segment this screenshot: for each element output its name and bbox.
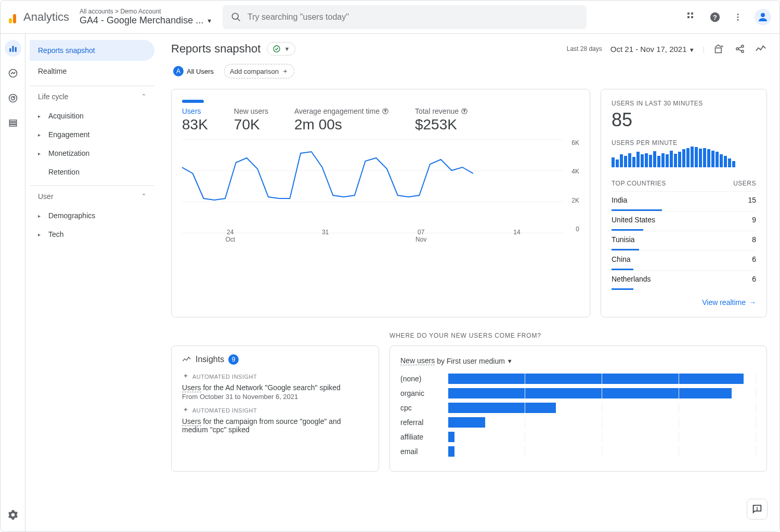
rail-configure[interactable] (5, 115, 21, 131)
realtime-card: USERS IN LAST 30 MINUTES 85 USERS PER MI… (601, 89, 767, 317)
search-input[interactable] (248, 12, 578, 22)
chevron-up-icon: ⌃ (141, 193, 146, 200)
apps-icon[interactable] (686, 11, 698, 23)
more-icon[interactable] (732, 11, 744, 23)
newusers-bar-chart: (none)organiccpcreferralaffiliateemail (400, 374, 756, 457)
rail-explore[interactable] (5, 65, 21, 82)
sidebar-item-acquisition[interactable]: ▸Acquisition (30, 107, 154, 125)
date-label: Last 28 days (567, 45, 602, 52)
app-header: Analytics All accounts > Demo Account GA… (1, 1, 779, 34)
add-comparison-button[interactable]: Add comparison＋ (224, 64, 294, 78)
chevron-down-icon: ▼ (284, 46, 290, 52)
nav-rail (1, 34, 25, 531)
svg-rect-5 (691, 16, 693, 18)
rail-advertising[interactable] (5, 90, 21, 107)
svg-line-27 (738, 47, 742, 48)
svg-rect-14 (15, 47, 16, 52)
customize-icon[interactable] (713, 43, 725, 55)
rail-reports[interactable] (5, 40, 21, 57)
svg-line-28 (738, 49, 742, 51)
sidebar-group-lifecycle[interactable]: Life cycle ⌃ (30, 86, 154, 107)
country-row: United States9 (612, 211, 756, 231)
avatar[interactable] (755, 9, 771, 25)
search-bar[interactable] (223, 5, 587, 29)
segment-chip[interactable]: AAll Users (171, 64, 219, 78)
verify-status[interactable]: ▼ (267, 42, 295, 56)
bar-row: email (400, 446, 756, 457)
logo[interactable]: Analytics (9, 10, 69, 24)
svg-rect-2 (687, 12, 690, 15)
bar-row: referral (400, 417, 756, 428)
property-name: GA4 - Google Merchandise ... (80, 15, 203, 26)
sidebar-group-user[interactable]: User ⌃ (30, 185, 154, 206)
share-icon[interactable] (734, 43, 746, 55)
svg-rect-19 (9, 120, 17, 122)
svg-rect-13 (12, 46, 14, 52)
metric-tab[interactable]: Average engagement time ?2m 00s (294, 107, 389, 133)
rail-admin[interactable] (5, 507, 21, 523)
metric-tab[interactable]: New users70K (234, 107, 268, 133)
svg-point-34 (757, 510, 758, 510)
sidebar-item-tech[interactable]: ▸Tech (30, 225, 154, 244)
country-row: India15 (612, 191, 756, 211)
svg-rect-3 (691, 12, 693, 15)
bar-row: organic (400, 388, 756, 398)
svg-rect-4 (687, 16, 690, 18)
insights-icon[interactable] (755, 43, 767, 55)
feedback-button[interactable] (747, 499, 768, 520)
help-icon[interactable]: ? (709, 11, 721, 23)
insights-count-badge: 9 (228, 354, 239, 365)
chevron-down-icon: ▼ (206, 18, 212, 24)
bar-row: (none) (400, 374, 756, 384)
svg-rect-21 (9, 125, 17, 126)
country-row: Tunisia8 (612, 231, 756, 250)
insight-item[interactable]: AUTOMATED INSIGHTUsers for the Ad Networ… (182, 373, 368, 401)
insights-card: Insights 9 AUTOMATED INSIGHTUsers for th… (171, 345, 379, 472)
overview-card: Users83KNew users70KAverage engagement t… (171, 89, 590, 317)
newusers-card: New users by First user medium ▼ (none)o… (389, 345, 767, 472)
product-name: Analytics (23, 10, 69, 24)
sidebar: Reports snapshot Realtime Life cycle ⌃ ▸… (25, 34, 159, 531)
sidebar-item-demographics[interactable]: ▸Demographics (30, 206, 154, 225)
insight-item[interactable]: AUTOMATED INSIGHTUsers for the campaign … (182, 407, 368, 434)
chevron-up-icon: ⌃ (141, 93, 146, 100)
metric-tab[interactable]: Users83K (182, 107, 208, 133)
view-realtime-link[interactable]: View realtime→ (612, 298, 756, 307)
metric-tab[interactable]: Total revenue ?$253K (415, 107, 468, 133)
svg-rect-23 (716, 48, 722, 52)
section-title-newusers: WHERE DO YOUR NEW USERS COME FROM? (389, 332, 767, 339)
country-row: China6 (612, 250, 756, 270)
breadcrumb: All accounts > Demo Account (80, 8, 212, 15)
property-selector[interactable]: All accounts > Demo Account GA4 - Google… (80, 8, 212, 26)
svg-rect-12 (9, 48, 11, 52)
sidebar-item-retention[interactable]: Retention (30, 163, 154, 181)
users-line-chart: 6K 4K 2K 0 24Oct3107Nov14 (182, 139, 579, 243)
date-range-picker[interactable]: Oct 21 - Nov 17, 2021 ▼ (610, 45, 695, 54)
main-content: Reports snapshot ▼ Last 28 days Oct 21 -… (159, 34, 779, 531)
search-icon (231, 12, 241, 22)
chevron-down-icon: ▼ (507, 358, 513, 364)
country-row: Netherlands6 (612, 270, 756, 290)
bar-row: affiliate (400, 432, 756, 442)
sidebar-item-realtime[interactable]: Realtime (30, 61, 154, 82)
active-metric-indicator (182, 100, 204, 103)
users-per-minute-chart (612, 147, 756, 167)
newusers-dimension-selector[interactable]: New users by First user medium ▼ (400, 356, 756, 365)
realtime-value: 85 (612, 109, 756, 131)
bar-row: cpc (400, 403, 756, 413)
svg-rect-20 (9, 123, 17, 124)
sidebar-item-engagement[interactable]: ▸Engagement (30, 125, 154, 144)
svg-text:?: ? (384, 109, 386, 113)
svg-text:?: ? (463, 109, 465, 113)
sidebar-item-snapshot[interactable]: Reports snapshot (30, 40, 154, 61)
svg-point-22 (274, 46, 280, 52)
svg-point-9 (737, 16, 739, 18)
svg-point-8 (737, 14, 739, 15)
svg-point-11 (761, 13, 765, 17)
svg-point-0 (232, 13, 239, 19)
svg-text:?: ? (713, 13, 717, 21)
sidebar-item-monetization[interactable]: ▸Monetization (30, 144, 154, 163)
svg-line-1 (238, 18, 240, 21)
svg-point-10 (737, 19, 739, 20)
realtime-label: USERS IN LAST 30 MINUTES (612, 100, 756, 107)
